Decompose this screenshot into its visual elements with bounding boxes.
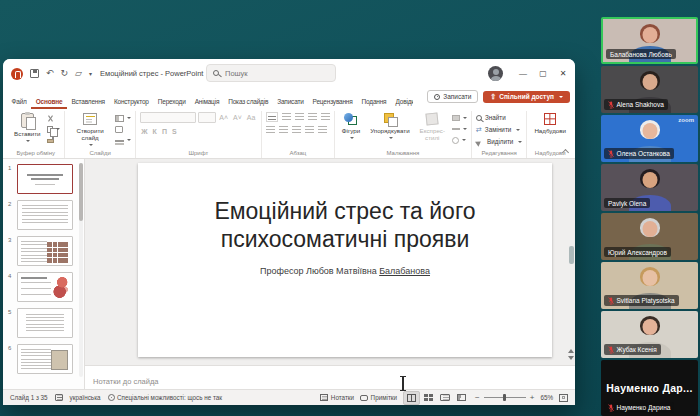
ribbon-tab[interactable]: Вставлення: [67, 94, 110, 109]
participant-tile[interactable]: Svitlana Platysotska: [601, 262, 698, 309]
proofing-icon[interactable]: [55, 394, 63, 401]
comments-toggle-button[interactable]: Примітки: [360, 394, 397, 401]
participant-tile[interactable]: Юрий Александров: [601, 213, 698, 260]
quick-styles-button[interactable]: Експрес-стилі: [417, 112, 448, 142]
ribbon-tab[interactable]: Записати: [273, 94, 308, 109]
font-style-button[interactable]: S: [170, 127, 178, 137]
collapse-ribbon-icon[interactable]: [562, 149, 569, 154]
slide-counter[interactable]: Слайд 1 з 35: [10, 394, 48, 401]
paste-button[interactable]: Вставити: [11, 112, 43, 144]
ribbon-tab[interactable]: Основне: [31, 94, 67, 109]
increase-font-icon[interactable]: A˄: [218, 113, 230, 123]
slide-editor[interactable]: Емоційний стрес та його психосоматичні п…: [138, 163, 552, 357]
line-spacing-icon[interactable]: [321, 113, 330, 121]
powerpoint-logo-icon[interactable]: [11, 68, 23, 80]
undo-icon[interactable]: ↶: [46, 69, 54, 78]
copy-button[interactable]: [47, 125, 60, 133]
font-style-button[interactable]: Ж: [140, 127, 149, 137]
slide-thumbnail[interactable]: 4: [3, 270, 84, 304]
slide-thumbnail[interactable]: 6: [3, 342, 84, 376]
numbering-icon[interactable]: [282, 113, 291, 121]
slide-subtitle[interactable]: Професор Любов Матвіївна Балабанова: [260, 266, 430, 276]
account-avatar[interactable]: [488, 66, 503, 81]
restore-button[interactable]: ▢: [533, 63, 553, 85]
indent-increase-icon[interactable]: [308, 113, 317, 121]
participant-tile[interactable]: Балабанова Любовь: [601, 17, 698, 64]
font-size-select[interactable]: [198, 112, 216, 123]
slide-thumbnail[interactable]: 1: [3, 162, 84, 196]
participant-tile[interactable]: Науменко Дар... Науменко Дарина: [601, 360, 698, 416]
slide-thumbnail[interactable]: 2: [3, 198, 84, 232]
slideshow-button[interactable]: [454, 392, 469, 403]
zoom-out-button[interactable]: −: [475, 394, 480, 402]
clear-format-icon[interactable]: Aa: [245, 113, 257, 123]
ribbon-tab[interactable]: Рецензування: [308, 94, 357, 109]
ribbon-tab[interactable]: Довідка: [391, 94, 413, 109]
align-right-icon[interactable]: [292, 126, 301, 134]
align-left-icon[interactable]: [266, 126, 275, 134]
slide-title[interactable]: Емоційний стрес та його психосоматичні п…: [165, 197, 525, 253]
previous-slide-icon[interactable]: [568, 346, 574, 353]
participant-tile[interactable]: Жубак Ксенія: [601, 311, 698, 358]
arrange-button[interactable]: Упорядкувати: [367, 112, 412, 141]
font-style-button[interactable]: К: [151, 127, 158, 137]
shape-fill-button[interactable]: [452, 114, 467, 122]
search-input[interactable]: [223, 68, 323, 79]
minimize-button[interactable]: —: [513, 63, 533, 85]
zoom-slider[interactable]: [484, 397, 526, 398]
notes-toggle-button[interactable]: Нотатки: [320, 394, 354, 401]
share-button[interactable]: ⇧ Спільний доступ: [483, 91, 570, 103]
accessibility-status[interactable]: Спеціальні можливості: щось не так: [108, 394, 223, 401]
replace-button[interactable]: ⇄ Замінити: [476, 124, 522, 135]
fit-to-window-icon[interactable]: [559, 394, 568, 402]
slide-thumbnail[interactable]: 3: [3, 234, 84, 268]
zoom-percent[interactable]: 65%: [540, 394, 553, 401]
notes-pane[interactable]: Нотатки до слайда: [85, 365, 575, 389]
slide-sorter-view-button[interactable]: [421, 392, 436, 404]
layout-button[interactable]: [115, 114, 131, 122]
language-button[interactable]: українська: [70, 394, 101, 401]
redo-icon[interactable]: ↻: [61, 69, 69, 78]
record-button[interactable]: Записати: [427, 90, 478, 103]
shapes-button[interactable]: Фігури: [339, 112, 363, 141]
find-button[interactable]: Знайти: [476, 112, 522, 123]
font-name-select[interactable]: [140, 112, 196, 123]
indent-decrease-icon[interactable]: [295, 113, 304, 121]
ribbon-tab[interactable]: Анімація: [190, 94, 224, 109]
start-slideshow-icon[interactable]: ▱: [75, 69, 82, 78]
shape-outline-button[interactable]: [452, 125, 467, 133]
customize-qat-icon[interactable]: ▾: [89, 70, 92, 77]
ribbon-tab[interactable]: Переходи: [153, 94, 190, 109]
search-box[interactable]: [206, 64, 336, 82]
zoom-in-button[interactable]: +: [530, 394, 535, 402]
ribbon-tab[interactable]: Конструктор: [109, 94, 153, 109]
select-button[interactable]: Виділити: [476, 136, 522, 147]
close-button[interactable]: ✕: [553, 63, 573, 85]
participant-tile[interactable]: Alena Shakhova: [601, 66, 698, 113]
new-slide-button[interactable]: Створити слайд: [69, 112, 110, 148]
slide-thumbnail[interactable]: 5: [3, 306, 84, 340]
canvas-scrollbar[interactable]: [569, 161, 574, 349]
participant-tile[interactable]: zoom Олена Останкова: [601, 115, 698, 162]
normal-view-button[interactable]: [403, 391, 420, 405]
align-center-icon[interactable]: [279, 126, 288, 134]
participant-tile[interactable]: Pavlyk Olena: [601, 164, 698, 211]
ribbon-tab[interactable]: Файл: [7, 94, 31, 109]
format-painter-button[interactable]: [47, 136, 60, 144]
reading-view-button[interactable]: [437, 392, 453, 403]
reset-button[interactable]: [115, 125, 131, 133]
ribbon-tab[interactable]: Показ слайдів: [224, 94, 273, 109]
decrease-font-icon[interactable]: A˅: [232, 113, 244, 123]
ribbon-tab[interactable]: Подання: [357, 94, 391, 109]
thumbnail-scrollbar[interactable]: [79, 163, 83, 377]
cut-button[interactable]: [47, 114, 60, 122]
next-slide-icon[interactable]: [568, 356, 574, 363]
columns-icon[interactable]: [318, 126, 327, 134]
addins-button[interactable]: Надбудови: [531, 112, 569, 135]
font-style-button[interactable]: П: [160, 127, 168, 137]
justify-icon[interactable]: [305, 126, 314, 134]
section-button[interactable]: [115, 136, 131, 144]
shape-effects-button[interactable]: [452, 136, 467, 144]
bullets-icon[interactable]: [266, 112, 278, 122]
save-icon[interactable]: [30, 69, 39, 78]
